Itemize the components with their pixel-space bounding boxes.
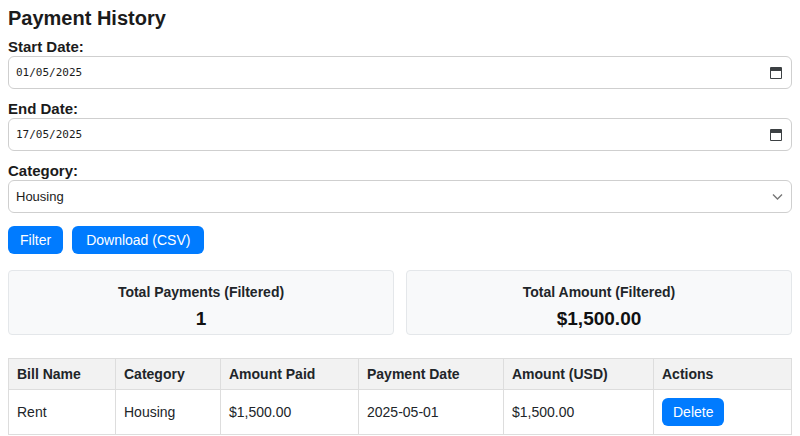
total-payments-card: Total Payments (Filtered) 1 bbox=[8, 270, 394, 335]
payments-table: Bill Name Category Amount Paid Payment D… bbox=[8, 358, 792, 435]
total-amount-card: Total Amount (Filtered) $1,500.00 bbox=[406, 270, 792, 335]
cell-bill-name: Rent bbox=[9, 390, 116, 435]
table-row: Rent Housing $1,500.00 2025-05-01 $1,500… bbox=[9, 390, 792, 435]
header-payment-date: Payment Date bbox=[359, 359, 504, 390]
download-csv-button[interactable]: Download (CSV) bbox=[72, 226, 204, 254]
end-date-label: End Date: bbox=[8, 101, 792, 116]
cell-payment-date: 2025-05-01 bbox=[359, 390, 504, 435]
category-select[interactable]: Housing bbox=[8, 180, 792, 213]
header-actions: Actions bbox=[654, 359, 792, 390]
start-date-input[interactable] bbox=[8, 56, 792, 89]
category-label: Category: bbox=[8, 163, 792, 178]
cell-category: Housing bbox=[116, 390, 221, 435]
delete-button[interactable]: Delete bbox=[662, 398, 724, 426]
header-amount-paid: Amount Paid bbox=[221, 359, 359, 390]
filter-button[interactable]: Filter bbox=[8, 226, 63, 254]
calendar-icon[interactable] bbox=[770, 67, 782, 79]
total-payments-value: 1 bbox=[19, 308, 383, 329]
cell-amount-usd: $1,500.00 bbox=[504, 390, 654, 435]
cell-actions: Delete bbox=[654, 390, 792, 435]
filter-actions-row: Filter Download (CSV) bbox=[8, 226, 792, 254]
start-date-label: Start Date: bbox=[8, 39, 792, 54]
total-payments-label: Total Payments (Filtered) bbox=[19, 284, 383, 300]
total-amount-value: $1,500.00 bbox=[417, 308, 781, 329]
page-title: Payment History bbox=[8, 8, 792, 28]
header-category: Category bbox=[116, 359, 221, 390]
header-amount-usd: Amount (USD) bbox=[504, 359, 654, 390]
category-field: Housing bbox=[8, 180, 792, 213]
summary-cards-row: Total Payments (Filtered) 1 Total Amount… bbox=[8, 270, 792, 335]
table-header-row: Bill Name Category Amount Paid Payment D… bbox=[9, 359, 792, 390]
end-date-input[interactable] bbox=[8, 118, 792, 151]
total-amount-label: Total Amount (Filtered) bbox=[417, 284, 781, 300]
cell-amount-paid: $1,500.00 bbox=[221, 390, 359, 435]
calendar-icon[interactable] bbox=[770, 129, 782, 141]
start-date-field bbox=[8, 56, 792, 89]
end-date-field bbox=[8, 118, 792, 151]
header-bill-name: Bill Name bbox=[9, 359, 116, 390]
